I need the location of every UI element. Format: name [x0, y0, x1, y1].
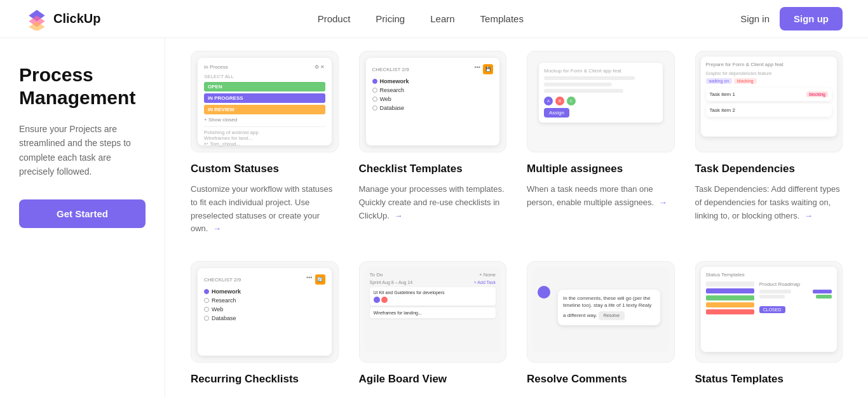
logo[interactable]: ClickUp [25, 8, 100, 30]
feature-title-checklist-templates: Checklist Templates [359, 163, 507, 175]
feature-title-task-dependencies: Task Dependencies [695, 163, 843, 175]
feature-desc-custom-statuses: Customize your workflow with statuses to… [191, 183, 339, 236]
feature-image-checklist-templates: CHECKLIST 2/9 ••• 💾 Homework Research We… [359, 51, 507, 152]
feature-card-recurring-checklists: CHECKLIST 2/9 ••• 🔄 Homework Research We… [191, 261, 339, 393]
feature-card-agile-board-view: To Do + None Sprint Aug 8 – Aug 14 + Add… [359, 261, 507, 393]
feature-card-status-templates: Status Templates Prod [695, 261, 843, 393]
feature-desc-checklist-templates: Manage your processes with templates. Qu… [359, 183, 507, 222]
page-wrapper: Process Management Ensure your Projects … [0, 38, 868, 397]
feature-card-resolve-comments: In the comments, these will go (per the … [527, 261, 675, 393]
feature-title-resolve-comments: Resolve Comments [527, 373, 675, 386]
nav-actions: Sign in Sign up [740, 7, 843, 30]
feature-card-checklist-templates: CHECKLIST 2/9 ••• 💾 Homework Research We… [359, 51, 507, 236]
feature-image-multiple-assignees: Mockup for Form & Client app feat A B C … [527, 51, 675, 152]
sidebar: Process Management Ensure your Projects … [0, 38, 165, 397]
feature-link-checklist-templates[interactable]: → [392, 211, 403, 220]
feature-desc-task-dependencies: Task Dependencies: Add different types o… [695, 183, 843, 222]
get-started-button[interactable]: Get Started [19, 199, 146, 228]
feature-link-multiple-assignees[interactable]: → [656, 198, 667, 207]
navbar: ClickUp Product Pricing Learn Templates … [0, 0, 868, 38]
feature-card-custom-statuses: In Process ⚙ ✕ SELECT ALL OPEN IN PROGRE… [191, 51, 339, 236]
page-title: Process Management [19, 64, 146, 109]
feature-link-custom-statuses[interactable]: → [210, 224, 221, 233]
feature-card-multiple-assignees: Mockup for Form & Client app feat A B C … [527, 51, 675, 236]
feature-image-resolve-comments: In the comments, these will go (per the … [527, 261, 675, 363]
nav-links: Product Pricing Learn Templates [318, 13, 524, 24]
feature-image-status-templates: Status Templates Prod [695, 261, 843, 363]
signin-button[interactable]: Sign in [740, 13, 770, 24]
feature-title-status-templates: Status Templates [695, 373, 843, 386]
feature-image-recurring-checklists: CHECKLIST 2/9 ••• 🔄 Homework Research We… [191, 261, 339, 363]
feature-card-task-dependencies: Prepare for Form & Client app feat Graph… [695, 51, 843, 236]
main-content: In Process ⚙ ✕ SELECT ALL OPEN IN PROGRE… [165, 38, 868, 397]
feature-link-task-dependencies[interactable]: → [802, 211, 813, 220]
nav-link-templates[interactable]: Templates [480, 13, 524, 24]
features-grid-row2: CHECKLIST 2/9 ••• 🔄 Homework Research We… [191, 261, 843, 393]
nav-link-product[interactable]: Product [318, 13, 351, 24]
feature-title-agile-board-view: Agile Board View [359, 373, 507, 386]
feature-image-task-dependencies: Prepare for Form & Client app feat Graph… [695, 51, 843, 152]
mock-statuses-ui: In Process ⚙ ✕ SELECT ALL OPEN IN PROGRE… [198, 58, 332, 145]
signup-button[interactable]: Sign up [780, 7, 843, 30]
sidebar-description: Ensure your Projects are streamlined and… [19, 122, 146, 179]
feature-title-custom-statuses: Custom Statuses [191, 163, 339, 175]
feature-image-custom-statuses: In Process ⚙ ✕ SELECT ALL OPEN IN PROGRE… [191, 51, 339, 152]
logo-text: ClickUp [53, 11, 100, 26]
feature-title-multiple-assignees: Multiple assignees [527, 163, 675, 175]
nav-link-learn[interactable]: Learn [430, 13, 454, 24]
feature-title-recurring-checklists: Recurring Checklists [191, 373, 339, 386]
nav-link-pricing[interactable]: Pricing [376, 13, 405, 24]
feature-image-agile-board-view: To Do + None Sprint Aug 8 – Aug 14 + Add… [359, 261, 507, 363]
feature-desc-multiple-assignees: When a task needs more than one person, … [527, 183, 675, 210]
features-grid-row1: In Process ⚙ ✕ SELECT ALL OPEN IN PROGRE… [191, 51, 843, 236]
